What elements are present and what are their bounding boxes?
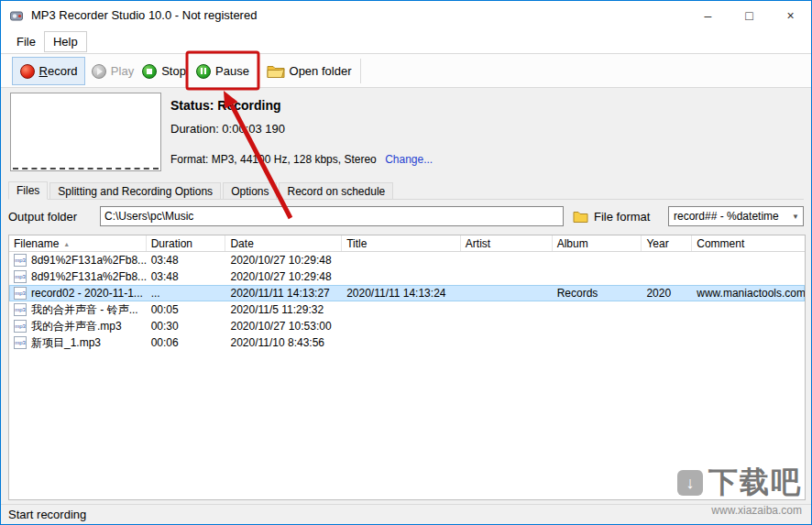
column-comment[interactable]: Comment <box>692 235 805 251</box>
table-row[interactable]: mp38d91%2F131a%2Fb8... 03:48 2020/10/27 … <box>9 252 805 268</box>
table-header: Filename ▲ Duration Date Title Artist Al… <box>9 235 805 252</box>
close-button[interactable]: × <box>770 1 811 29</box>
cell-filename: mp3我的合并声音 - 铃声... <box>9 302 147 318</box>
mp3-file-icon: mp3 <box>14 287 27 300</box>
cell-filename: mp3我的合并声音.mp3 <box>9 319 147 334</box>
mp3-file-icon: mp3 <box>14 336 27 349</box>
record-label-rest: ecord <box>48 64 78 78</box>
open-folder-icon <box>267 64 285 78</box>
menu-bar: File Help <box>1 29 811 53</box>
open-folder-label: Open folder <box>290 64 352 78</box>
play-button: Play <box>87 57 138 85</box>
cell-date: 2020/11/5 11:29:32 <box>225 303 342 316</box>
column-filename[interactable]: Filename ▲ <box>9 235 147 251</box>
cell-filename: mp3新项目_1.mp3 <box>9 335 147 351</box>
mp3-file-icon: mp3 <box>14 270 27 283</box>
status-text: Status: Recording <box>170 98 281 113</box>
mp3-file-icon: mp3 <box>14 303 27 316</box>
waveform-baseline <box>13 168 159 170</box>
watermark-url: www.xiazaiba.com <box>677 504 802 517</box>
waveform-display <box>10 93 161 171</box>
column-artist[interactable]: Artist <box>461 235 553 251</box>
record-accelerator: R <box>39 64 48 78</box>
status-bar-text: Start recording <box>8 508 86 521</box>
pause-icon <box>196 64 211 79</box>
column-date[interactable]: Date <box>225 235 342 251</box>
window-controls: – □ × <box>687 1 811 29</box>
table-row[interactable]: mp38d91%2F131a%2Fb8... 03:48 2020/10/27 … <box>9 268 805 285</box>
menu-file[interactable]: File <box>8 32 44 51</box>
cell-date: 2020/10/27 10:53:00 <box>225 320 342 333</box>
tab-options[interactable]: Options <box>223 182 277 199</box>
window-title: MP3 Recorder Studio 10.0 - Not registere… <box>31 8 257 22</box>
sort-ascending-icon: ▲ <box>63 241 70 247</box>
change-format-link[interactable]: Change... <box>385 153 433 166</box>
table-row[interactable]: mp3我的合并声音 - 铃声... 00:05 2020/11/5 11:29:… <box>9 301 805 318</box>
file-format-label: File format <box>594 210 650 224</box>
cell-date: 2020/11/11 14:13:27 <box>225 287 342 300</box>
pause-button[interactable]: Pause <box>190 57 256 85</box>
tab-bar: Files Splitting and Recording Options Op… <box>8 181 804 200</box>
column-title[interactable]: Title <box>342 235 461 251</box>
tab-splitting-recording-options[interactable]: Splitting and Recording Options <box>49 182 221 199</box>
cell-date: 2020/10/27 10:29:48 <box>225 270 342 283</box>
cell-year: 2020 <box>642 287 692 300</box>
cell-duration: 00:05 <box>147 303 226 316</box>
duration-text: Duration: 0:00:03 190 <box>170 122 285 136</box>
output-folder-input[interactable] <box>100 206 564 226</box>
browse-folder-icon[interactable] <box>573 211 588 223</box>
app-icon <box>9 8 24 23</box>
open-folder-button[interactable]: Open folder <box>261 57 357 85</box>
dropdown-arrow-icon: ▼ <box>792 213 799 221</box>
pause-button-label: Pause <box>215 64 249 78</box>
xiazaiba-logo-icon: ↓ <box>677 470 703 496</box>
cell-album: Records <box>553 287 642 300</box>
cell-comment: www.maniactools.com <box>692 287 805 300</box>
stop-icon <box>142 64 157 79</box>
stop-button[interactable]: Stop <box>138 57 190 85</box>
toolbar: Record Play Stop Pause Open folder <box>1 53 811 88</box>
column-album[interactable]: Album <box>553 235 642 251</box>
play-button-label: Play <box>111 64 134 78</box>
tab-record-on-schedule[interactable]: Record on schedule <box>279 182 393 199</box>
watermark-title: 下载吧 <box>708 463 802 503</box>
table-row[interactable]: mp3新项目_1.mp3 00:06 2020/11/10 8:43:56 <box>9 334 805 351</box>
main-content: Status: Recording Duration: 0:00:03 190 … <box>1 88 811 504</box>
title-bar: MP3 Recorder Studio 10.0 - Not registere… <box>1 1 811 29</box>
maximize-button[interactable]: □ <box>729 1 770 29</box>
cell-duration: 00:30 <box>147 320 226 333</box>
table-row[interactable]: mp3我的合并声音.mp3 00:30 2020/10/27 10:53:00 <box>9 318 805 334</box>
mp3-file-icon: mp3 <box>14 254 27 267</box>
column-filename-label: Filename <box>14 237 59 250</box>
format-text: Format: MP3, 44100 Hz, 128 kbps, Stereo <box>170 153 377 166</box>
output-folder-row: Output folder File format record## - %da… <box>8 204 804 228</box>
table-row-selected[interactable]: mp3record02 - 2020-11-1... ... 2020/11/1… <box>9 285 805 301</box>
output-folder-label: Output folder <box>8 210 100 224</box>
minimize-button[interactable]: – <box>687 1 729 29</box>
column-duration[interactable]: Duration <box>147 235 226 251</box>
cell-duration: 03:48 <box>147 270 226 283</box>
file-table: Filename ▲ Duration Date Title Artist Al… <box>8 235 806 500</box>
file-format-select[interactable]: record## - %datetime ▼ <box>668 206 804 226</box>
cell-duration: 00:06 <box>147 336 226 349</box>
tab-files[interactable]: Files <box>8 181 48 200</box>
column-year[interactable]: Year <box>642 235 692 251</box>
menu-help[interactable]: Help <box>44 31 87 52</box>
cell-filename: mp38d91%2F131a%2Fb8... <box>9 270 147 283</box>
cell-date: 2020/11/10 8:43:56 <box>225 336 342 349</box>
cell-date: 2020/10/27 10:29:48 <box>225 254 342 267</box>
cell-duration: ... <box>147 287 226 300</box>
record-icon <box>20 64 35 79</box>
app-window: MP3 Recorder Studio 10.0 - Not registere… <box>0 0 812 525</box>
cell-title: 2020/11/11 14:13:24 <box>342 287 461 300</box>
watermark: ↓ 下载吧 www.xiazaiba.com <box>677 463 802 517</box>
stop-button-label: Stop <box>161 64 186 78</box>
toolbar-divider <box>360 59 361 83</box>
format-line: Format: MP3, 44100 Hz, 128 kbps, Stereo … <box>170 153 433 166</box>
file-format-value: record## - %datetime <box>674 210 779 223</box>
play-icon <box>92 64 106 79</box>
cell-duration: 03:48 <box>147 254 226 267</box>
mp3-file-icon: mp3 <box>14 320 27 333</box>
cell-filename: mp38d91%2F131a%2Fb8... <box>9 254 147 267</box>
record-button[interactable]: Record <box>12 57 85 85</box>
